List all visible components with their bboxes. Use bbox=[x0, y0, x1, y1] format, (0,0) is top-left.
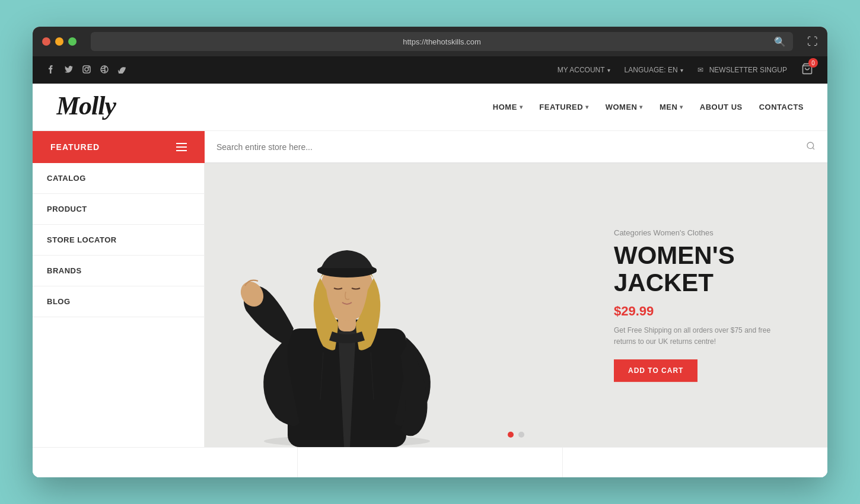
dribbble-icon[interactable] bbox=[100, 65, 109, 75]
my-account-arrow: ▾ bbox=[607, 67, 610, 74]
cart-badge: 0 bbox=[808, 58, 818, 68]
content-area: FEATURED CATALOG bbox=[33, 131, 827, 477]
language-label: LANGUAGE: EN bbox=[625, 66, 678, 74]
instagram-icon[interactable] bbox=[82, 65, 91, 75]
bottom-cards bbox=[33, 447, 827, 477]
language-selector[interactable]: LANGUAGE: EN ▾ bbox=[625, 66, 683, 74]
featured-arrow: ▾ bbox=[585, 104, 589, 110]
newsletter-label: NEWSLETTER SINGUP bbox=[709, 66, 787, 74]
nav-links: HOME ▾ FEATURED ▾ WOMEN ▾ MEN ▾ ABOUT US… bbox=[493, 103, 804, 111]
close-button[interactable] bbox=[42, 37, 50, 46]
hero-category: Categories Women's Clothes bbox=[614, 228, 792, 237]
slider-dot-2[interactable] bbox=[518, 432, 524, 438]
sidebar: CATALOG PRODUCT STORE LOCATOR BRANDS BLO… bbox=[33, 163, 205, 447]
hero-description: Get Free Shipping on all orders over $75… bbox=[614, 325, 792, 347]
top-bar: MY ACCOUNT ▾ LANGUAGE: EN ▾ ✉ NEWSLETTER… bbox=[33, 56, 827, 84]
hero-banner: Categories Women's Clothes WOMEN'S JACKE… bbox=[205, 163, 827, 447]
search-button[interactable] bbox=[806, 141, 816, 153]
product-card-3 bbox=[563, 448, 827, 477]
product-card-2 bbox=[298, 448, 563, 477]
sidebar-item-brands[interactable]: BRANDS bbox=[33, 256, 204, 286]
cart-button[interactable]: 0 bbox=[801, 63, 813, 77]
men-arrow: ▾ bbox=[680, 104, 683, 110]
featured-label[interactable]: FEATURED bbox=[33, 131, 205, 163]
sidebar-item-product[interactable]: PRODUCT bbox=[33, 194, 204, 225]
featured-bar: FEATURED bbox=[33, 131, 827, 163]
facebook-icon[interactable] bbox=[47, 65, 55, 75]
women-arrow: ▾ bbox=[639, 104, 643, 110]
url-text: https://thehotskills.com bbox=[403, 37, 481, 46]
add-to-cart-button[interactable]: ADD TO CART bbox=[614, 359, 697, 382]
nav-contacts[interactable]: CONTACTS bbox=[759, 103, 804, 111]
browser-controls: ⛶ bbox=[807, 36, 818, 48]
nav-featured[interactable]: FEATURED ▾ bbox=[539, 103, 588, 111]
language-arrow: ▾ bbox=[680, 67, 683, 74]
search-bar bbox=[205, 131, 827, 163]
svg-point-1 bbox=[85, 68, 88, 71]
top-bar-right: MY ACCOUNT ▾ LANGUAGE: EN ▾ ✉ NEWSLETTER… bbox=[558, 63, 813, 77]
main-content-row: CATALOG PRODUCT STORE LOCATOR BRANDS BLO… bbox=[33, 163, 827, 447]
sidebar-item-catalog[interactable]: CATALOG bbox=[33, 163, 204, 194]
browser-window: https://thehotskills.com 🔍 ⛶ bbox=[33, 27, 827, 477]
traffic-lights bbox=[42, 37, 77, 46]
product-card-1 bbox=[33, 448, 298, 477]
hero-text: Categories Women's Clothes WOMEN'S JACKE… bbox=[614, 228, 792, 382]
featured-text: FEATURED bbox=[50, 142, 100, 152]
nav-about-us[interactable]: ABOUT US bbox=[700, 103, 743, 111]
svg-point-2 bbox=[88, 67, 89, 68]
my-account-button[interactable]: MY ACCOUNT ▾ bbox=[558, 66, 610, 74]
hero-title: WOMEN'S JACKET bbox=[614, 242, 792, 296]
svg-text:Molly: Molly bbox=[56, 91, 117, 120]
svg-line-7 bbox=[813, 148, 814, 149]
address-bar[interactable]: https://thehotskills.com 🔍 bbox=[91, 32, 793, 51]
nav-home[interactable]: HOME ▾ bbox=[493, 103, 523, 111]
expand-icon[interactable]: ⛶ bbox=[807, 36, 818, 48]
hamburger-icon[interactable] bbox=[176, 143, 187, 151]
logo[interactable]: Molly bbox=[56, 88, 128, 126]
social-icons bbox=[47, 65, 126, 75]
search-icon[interactable]: 🔍 bbox=[774, 36, 786, 47]
search-input[interactable] bbox=[216, 142, 806, 152]
browser-chrome: https://thehotskills.com 🔍 ⛶ bbox=[33, 27, 827, 56]
slider-dot-1[interactable] bbox=[508, 432, 514, 438]
svg-rect-14 bbox=[317, 268, 377, 273]
sidebar-item-store-locator[interactable]: STORE LOCATOR bbox=[33, 225, 204, 256]
hero-price: $29.99 bbox=[614, 304, 792, 319]
minimize-button[interactable] bbox=[55, 37, 63, 46]
hero-image bbox=[228, 245, 466, 447]
maximize-button[interactable] bbox=[68, 37, 77, 46]
my-account-label: MY ACCOUNT bbox=[558, 66, 605, 74]
twitter-icon[interactable] bbox=[65, 65, 73, 75]
home-arrow: ▾ bbox=[520, 104, 523, 110]
main-nav: Molly HOME ▾ FEATURED ▾ WOMEN ▾ MEN ▾ AB… bbox=[33, 84, 827, 131]
nav-women[interactable]: WOMEN ▾ bbox=[606, 103, 643, 111]
slider-dots bbox=[508, 432, 524, 438]
sidebar-item-blog[interactable]: BLOG bbox=[33, 286, 204, 317]
svg-point-6 bbox=[807, 142, 814, 149]
newsletter-button[interactable]: ✉ NEWSLETTER SINGUP bbox=[697, 66, 787, 74]
vimeo-icon[interactable] bbox=[118, 65, 126, 75]
nav-men[interactable]: MEN ▾ bbox=[660, 103, 683, 111]
